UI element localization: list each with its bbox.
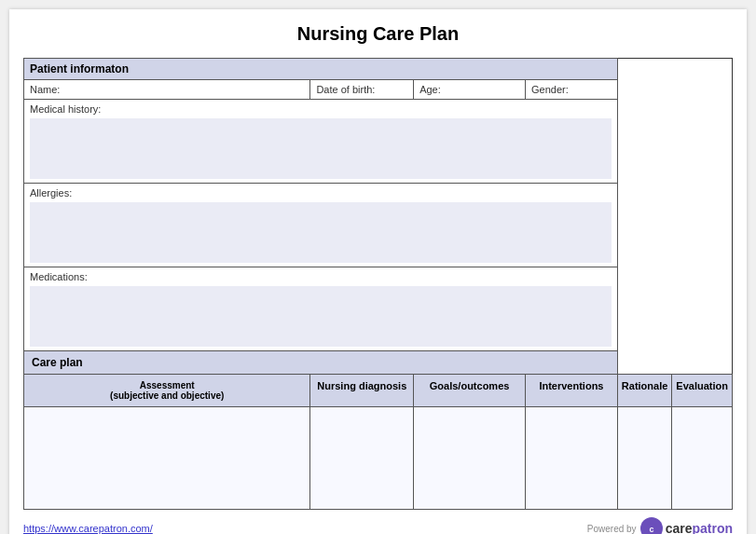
medications-label: Medications: [24,267,618,351]
page-container: Nursing Care Plan Patient informaton Nam… [9,9,747,534]
care-plan-header-row: Care plan [24,351,733,375]
assessment-cell[interactable] [24,407,310,510]
brand-logo: c carepatron [640,517,733,534]
col-goals-outcomes: Goals/outcomes [414,375,526,407]
medical-history-row: Medical history: [24,100,733,184]
svg-text:c: c [649,525,653,534]
col-assessment: Assessment(subjective and objective) [24,375,310,407]
brand-icon: c [640,517,663,534]
footer: https://www.carepatron.com/ Powered by c… [23,517,733,534]
nursing-diagnosis-cell[interactable] [310,407,414,510]
medications-field[interactable] [30,286,612,347]
page-title: Nursing Care Plan [23,23,733,45]
age-label: Age: [414,80,526,100]
medications-row: Medications: [24,267,733,351]
col-evaluation: Evaluation [672,375,733,407]
medical-history-label: Medical history: [24,100,618,184]
name-label: Name: [24,80,310,100]
rationale-cell[interactable] [617,407,672,510]
col-rationale: Rationale [617,375,672,407]
footer-link[interactable]: https://www.carepatron.com/ [23,523,153,534]
patient-info-table: Patient informaton Name: Date of birth: … [23,58,733,510]
evaluation-cell[interactable] [672,407,733,510]
col-nursing-diagnosis: Nursing diagnosis [310,375,414,407]
patient-basic-info-row: Name: Date of birth: Age: Gender: [24,80,733,100]
care-plan-header: Care plan [24,351,618,375]
goals-outcomes-cell[interactable] [414,407,526,510]
allergies-label: Allergies: [24,184,618,267]
patient-info-header-row: Patient informaton [24,59,733,80]
allergies-row: Allergies: [24,184,733,267]
medical-history-field[interactable] [30,118,612,179]
gender-label: Gender: [526,80,618,100]
care-plan-data-row [24,407,733,510]
care-plan-columns-row: Assessment(subjective and objective) Nur… [24,375,733,407]
brand-name: carepatron [666,521,733,534]
powered-by-text: Powered by [587,524,637,534]
allergies-field[interactable] [30,202,612,263]
interventions-cell[interactable] [526,407,618,510]
dob-label: Date of birth: [310,80,414,100]
col-interventions: Interventions [526,375,618,407]
patient-info-header: Patient informaton [24,59,618,80]
footer-brand: Powered by c carepatron [587,517,733,534]
